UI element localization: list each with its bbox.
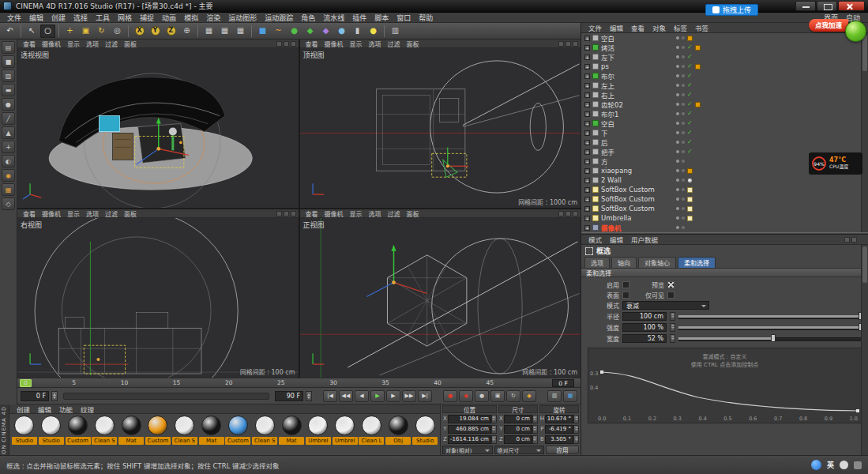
visibility-dot-render[interactable]: [682, 36, 685, 40]
selection-cursor-button[interactable]: ↖: [24, 24, 39, 38]
om-menus-item-1[interactable]: 编辑: [606, 23, 627, 32]
panel-lock-icon[interactable]: [851, 237, 857, 243]
record-position-button[interactable]: ●: [475, 390, 489, 402]
light-tag-icon[interactable]: [687, 206, 693, 212]
material-item-7[interactable]: Mat: [198, 416, 225, 445]
record-scale-button[interactable]: ▣: [490, 390, 505, 402]
visibility-dot-render[interactable]: [682, 55, 685, 58]
checkbox-0[interactable]: [622, 281, 629, 288]
expand-icon[interactable]: +: [584, 102, 590, 107]
viewport-canvas-top[interactable]: 顶视图 网格间距 : 1000 cm: [300, 48, 581, 208]
spinner-icon[interactable]: [532, 435, 538, 444]
object-row-5[interactable]: +左上✓: [581, 81, 868, 90]
viewport-swap-icon[interactable]: [566, 41, 571, 47]
viewport-menu-item-2[interactable]: 显示: [347, 40, 366, 48]
spinner-icon[interactable]: [573, 415, 579, 423]
checkbox-1[interactable]: [667, 281, 674, 288]
object-row-10[interactable]: +下✓: [581, 128, 868, 137]
model-mode-button[interactable]: ■: [2, 55, 15, 68]
viewport-menu-item-0[interactable]: 查看: [20, 209, 39, 218]
coord-input[interactable]: 0 cm: [504, 425, 532, 434]
visibility-dot-editor[interactable]: [676, 46, 679, 49]
apply-button[interactable]: 应用: [546, 446, 579, 454]
coord-input[interactable]: 460.885 cm: [448, 425, 491, 434]
om-menus-item-2[interactable]: 查看: [627, 23, 648, 32]
material-item-13[interactable]: Clean L: [359, 416, 385, 445]
material-item-4[interactable]: Mat: [118, 416, 145, 445]
object-row-20[interactable]: +摄像机: [581, 223, 868, 232]
menu-item-4[interactable]: 工具: [92, 13, 114, 23]
texture-mode-button[interactable]: ▨: [2, 70, 15, 82]
visibility-dot-render[interactable]: [682, 216, 685, 220]
object-row-18[interactable]: +SoftBox Custom: [581, 204, 868, 213]
expand-icon[interactable]: +: [584, 130, 590, 136]
orange-tag-icon[interactable]: [695, 102, 701, 107]
object-row-4[interactable]: +布尔✓: [581, 71, 868, 81]
visibility-dot-render[interactable]: [682, 188, 685, 191]
visibility-dot-editor[interactable]: [676, 74, 679, 77]
coord-input[interactable]: 19.084 cm: [448, 415, 491, 423]
visibility-dot-editor[interactable]: [676, 150, 679, 153]
viewport-maximize-icon[interactable]: [573, 211, 578, 216]
menu-item-17[interactable]: 帮助: [415, 13, 437, 23]
add-camera-button[interactable]: ▮: [350, 24, 365, 38]
spinner-icon[interactable]: [670, 323, 675, 332]
powerslider-track[interactable]: [63, 393, 269, 400]
scale-tool-button[interactable]: ▣: [78, 24, 93, 38]
coord-input[interactable]: 3.505 °: [545, 435, 573, 444]
menu-item-5[interactable]: 网格: [114, 13, 136, 23]
attr-tab-3[interactable]: 柔和选择: [678, 257, 716, 268]
coordinate-system-button[interactable]: ⊕: [179, 24, 194, 38]
visibility-dot-editor[interactable]: [676, 216, 679, 220]
enabled-check-icon[interactable]: ✓: [687, 63, 693, 70]
visibility-dot-editor[interactable]: [676, 122, 679, 125]
viewport-menu-item-2[interactable]: 显示: [347, 209, 366, 218]
visibility-dot-render[interactable]: [682, 226, 685, 229]
visibility-dot-editor[interactable]: [676, 169, 679, 172]
orange-tag-icon[interactable]: [687, 168, 693, 174]
spinner-icon[interactable]: [670, 334, 675, 343]
enabled-check-icon[interactable]: ✓: [687, 44, 693, 51]
add-environment-button[interactable]: ●: [334, 24, 349, 38]
expand-icon[interactable]: +: [584, 83, 590, 88]
add-array-button[interactable]: ◆: [302, 24, 318, 38]
viewport-menu-item-3[interactable]: 选项: [83, 40, 102, 48]
settings-icon[interactable]: [854, 461, 862, 469]
visibility-dot-editor[interactable]: [676, 55, 679, 58]
expand-icon[interactable]: +: [584, 197, 590, 202]
add-cube-button[interactable]: ■: [255, 24, 270, 38]
keyframe-selection-button[interactable]: ◆: [522, 390, 536, 402]
material-item-8[interactable]: Custom: [225, 416, 252, 445]
timeline-ruler[interactable]: 051015202530354045 0 F: [17, 378, 581, 388]
expand-icon[interactable]: +: [584, 206, 590, 212]
enabled-check-icon[interactable]: ✓: [687, 120, 693, 126]
visibility-dot-editor[interactable]: [676, 131, 679, 134]
object-row-1[interactable]: +烤活✓: [581, 43, 868, 52]
spinner-icon[interactable]: [491, 415, 497, 423]
menu-item-7[interactable]: 动画: [158, 13, 180, 23]
coord-mode-select[interactable]: 对象(相对): [442, 446, 493, 454]
object-row-7[interactable]: +齿轮02✓: [581, 100, 868, 109]
expand-icon[interactable]: +: [584, 149, 590, 155]
live-selection-button[interactable]: ○: [40, 24, 55, 38]
enabled-check-icon[interactable]: ✓: [687, 82, 693, 88]
material-item-14[interactable]: Obj: [385, 416, 411, 445]
light-tag-icon[interactable]: [687, 187, 693, 193]
light-tag-icon[interactable]: [687, 197, 693, 202]
slider-track[interactable]: [678, 334, 862, 342]
visibility-dot-editor[interactable]: [676, 188, 679, 191]
render-view-button[interactable]: ▦: [201, 24, 216, 38]
orange-tag-icon[interactable]: [687, 36, 693, 41]
attribute-section-header[interactable]: 柔和选择: [581, 269, 868, 277]
viewport-menu-item-4[interactable]: 过滤: [385, 209, 404, 218]
visibility-dot-editor[interactable]: [676, 93, 679, 96]
spinner-icon[interactable]: [491, 425, 497, 434]
menu-item-14[interactable]: 插件: [348, 13, 370, 23]
visibility-dot-render[interactable]: [682, 207, 685, 210]
start-frame-field[interactable]: 0 F: [21, 391, 49, 401]
render-settings-button[interactable]: ▦: [233, 24, 248, 38]
object-row-16[interactable]: +SoftBox Custom: [581, 185, 868, 194]
object-row-9[interactable]: +空白✓: [581, 118, 868, 128]
viewport-menu-item-1[interactable]: 摄像机: [321, 40, 347, 48]
object-row-11[interactable]: +后✓: [581, 137, 868, 147]
